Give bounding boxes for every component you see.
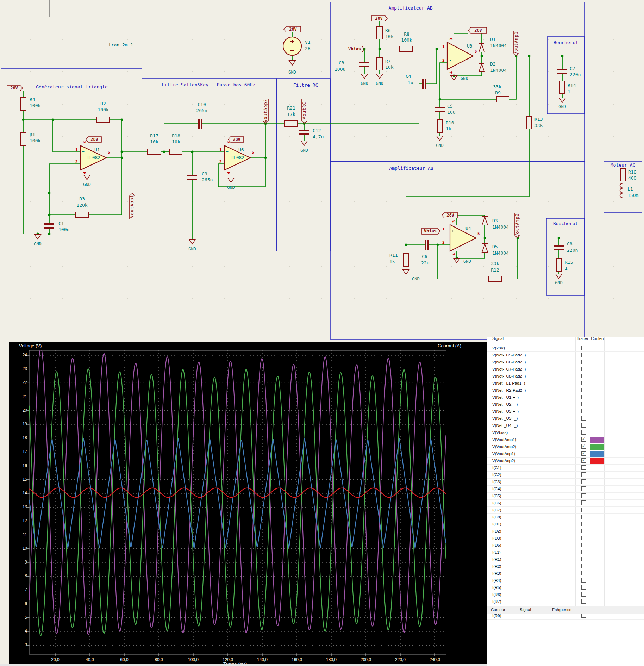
resistors[interactable] <box>20 26 625 282</box>
trace-checkbox[interactable]: ✓ <box>581 550 586 554</box>
trace-checkbox[interactable]: ✓ <box>581 451 586 456</box>
voltage-source-V1[interactable] <box>283 37 301 55</box>
trace-checkbox[interactable]: ✓ <box>581 346 586 350</box>
part-ref-C9: C9 <box>202 172 207 176</box>
tick-label: 20 <box>13 408 27 413</box>
trace-checkbox[interactable]: ✓ <box>581 585 586 590</box>
trace-checkbox[interactable]: ✓ <box>581 402 586 406</box>
gnd-label: GND <box>300 148 308 153</box>
tick-label: 17 <box>13 449 27 454</box>
signal-row[interactable]: I(C3) ✓ <box>487 479 644 486</box>
trace-checkbox[interactable]: ✓ <box>581 409 586 413</box>
signal-row[interactable]: I(R4) ✓ <box>487 577 644 584</box>
signal-row[interactable]: I(C2) ✓ <box>487 472 644 479</box>
signal-row[interactable]: V(28V) ✓ <box>487 345 644 352</box>
trace-checkbox[interactable]: ✓ <box>581 437 586 442</box>
signal-row[interactable]: I(D2) ✓ <box>487 528 644 535</box>
signal-row[interactable]: V(Net-_U1-+_) ✓ <box>487 394 644 401</box>
trace-checkbox[interactable]: ✓ <box>581 522 586 526</box>
trace-checkbox[interactable]: ✓ <box>581 508 586 512</box>
trace-checkbox[interactable]: ✓ <box>581 529 586 533</box>
trace-checkbox[interactable]: ✓ <box>581 493 586 498</box>
signal-name: V(Vbias) <box>492 429 508 436</box>
signal-row[interactable]: I(L1) ✓ <box>487 549 644 556</box>
signal-row[interactable]: V(Net-_U4--_) ✓ <box>487 422 644 429</box>
signal-panel[interactable]: Signal Tracer Couleur V(28V) ✓ V(Net-_C5… <box>487 337 644 666</box>
signal-row[interactable]: V(VoutAmp1) ✓ <box>487 436 644 443</box>
diodes[interactable] <box>479 44 488 252</box>
trace-checkbox[interactable]: ✓ <box>581 430 586 435</box>
trace-checkbox[interactable]: ✓ <box>581 599 586 604</box>
trace-checkbox[interactable]: ✓ <box>581 557 586 561</box>
part-ref-C8: C8 <box>567 242 573 246</box>
signal-row[interactable]: V(Net-_R2-Pad2_) ✓ <box>487 387 644 394</box>
signal-row[interactable]: V(Net-_C5-Pad2_) ✓ <box>487 352 644 359</box>
trace-checkbox[interactable]: ✓ <box>581 381 586 385</box>
trace-checkbox[interactable]: ✓ <box>581 486 586 491</box>
trace-checkbox[interactable]: ✓ <box>581 592 586 597</box>
signal-name: V(Net-_U1-+_) <box>492 394 519 401</box>
signal-row[interactable]: I(D1) ✓ <box>487 521 644 528</box>
signal-name: V(VoutAop1) <box>492 450 515 457</box>
signal-row[interactable]: V(Net-_L1-Pad1_) ✓ <box>487 380 644 387</box>
trace-checkbox[interactable]: ✓ <box>581 578 586 583</box>
inductor-L1[interactable] <box>620 183 623 198</box>
schematic-canvas[interactable]: Générateur signal triangle Filtre Sallen… <box>0 0 644 342</box>
signal-row[interactable]: I(C7) ✓ <box>487 507 644 514</box>
trace-checkbox[interactable]: ✓ <box>581 388 586 392</box>
waveform-plot[interactable]: 345678910111213141516171819202122232420,… <box>9 342 487 664</box>
signal-row[interactable]: I(C5) ✓ <box>487 493 644 500</box>
trace-checkbox[interactable]: ✓ <box>581 360 586 364</box>
trace-checkbox[interactable]: ✓ <box>581 367 586 371</box>
signal-row[interactable]: V(VoutAop2) ✓ <box>487 458 644 465</box>
signal-row[interactable]: I(D3) ✓ <box>487 535 644 542</box>
trace-checkbox[interactable]: ✓ <box>581 543 586 547</box>
trace-checkbox[interactable]: ✓ <box>581 416 586 421</box>
trace-checkbox[interactable]: ✓ <box>581 353 586 357</box>
signal-row[interactable]: I(R2) ✓ <box>487 563 644 570</box>
signal-row[interactable]: I(R5) ✓ <box>487 584 644 591</box>
trace-checkbox[interactable]: ✓ <box>581 479 586 484</box>
trace-checkbox[interactable]: ✓ <box>581 458 586 463</box>
sim-directive[interactable]: .tran 2m 1 <box>106 43 133 47</box>
tick-label: 10 <box>13 546 27 551</box>
trace-checkbox[interactable]: ✓ <box>581 571 586 575</box>
signal-row[interactable]: I(R6) ✓ <box>487 591 644 598</box>
signal-row[interactable]: V(Vbias) ✓ <box>487 429 644 436</box>
resistor-R1 <box>20 133 26 145</box>
trace-color-swatch <box>590 542 604 548</box>
capacitors[interactable] <box>44 62 567 250</box>
signal-row[interactable]: V(Net-_U3--_) ✓ <box>487 415 644 422</box>
signal-row[interactable]: V(VoutAop1) ✓ <box>487 450 644 458</box>
signal-row[interactable]: V(Net-_C6-Pad2_) ✓ <box>487 359 644 366</box>
signal-row[interactable]: V(Net-_C7-Pad2_) ✓ <box>487 366 644 373</box>
trace-color-swatch <box>590 373 604 379</box>
part-ref-R3: R3 <box>79 197 85 201</box>
signal-row[interactable]: I(R1) ✓ <box>487 556 644 563</box>
signal-row[interactable]: V(Net-_U2--_) ✓ <box>487 401 644 408</box>
trace-checkbox[interactable]: ✓ <box>581 465 586 470</box>
signal-row[interactable]: I(C6) ✓ <box>487 500 644 507</box>
signal-row[interactable]: V(Net-_U3-+_) ✓ <box>487 408 644 415</box>
signal-row[interactable]: V(Net-_C8-Pad2_) ✓ <box>487 373 644 380</box>
opamps[interactable] <box>80 42 476 251</box>
signal-row[interactable]: I(R3) ✓ <box>487 570 644 577</box>
trace-checkbox[interactable]: ✓ <box>581 515 586 519</box>
trace-checkbox[interactable]: ✓ <box>581 374 586 378</box>
signal-row[interactable]: I(C4) ✓ <box>487 486 644 493</box>
trace-checkbox[interactable]: ✓ <box>581 472 586 477</box>
signal-row[interactable]: V(VoutAmp2) ✓ <box>487 443 644 450</box>
trace-checkbox[interactable]: ✓ <box>581 564 586 568</box>
trace-checkbox[interactable]: ✓ <box>581 395 586 399</box>
signal-row[interactable]: I(R7) ✓ <box>487 598 644 605</box>
trace-color-swatch <box>590 556 604 562</box>
trace-checkbox[interactable]: ✓ <box>581 536 586 540</box>
trace-checkbox[interactable]: ✓ <box>581 500 586 505</box>
signal-row[interactable]: I(C1) ✓ <box>487 465 644 472</box>
signal-row[interactable]: I(D5) ✓ <box>487 542 644 549</box>
part-ref-R1: R1 <box>30 132 35 137</box>
pin-label: 2 <box>442 58 445 63</box>
trace-checkbox[interactable]: ✓ <box>581 423 586 428</box>
trace-checkbox[interactable]: ✓ <box>581 444 586 449</box>
signal-row[interactable]: I(C8) ✓ <box>487 514 644 521</box>
